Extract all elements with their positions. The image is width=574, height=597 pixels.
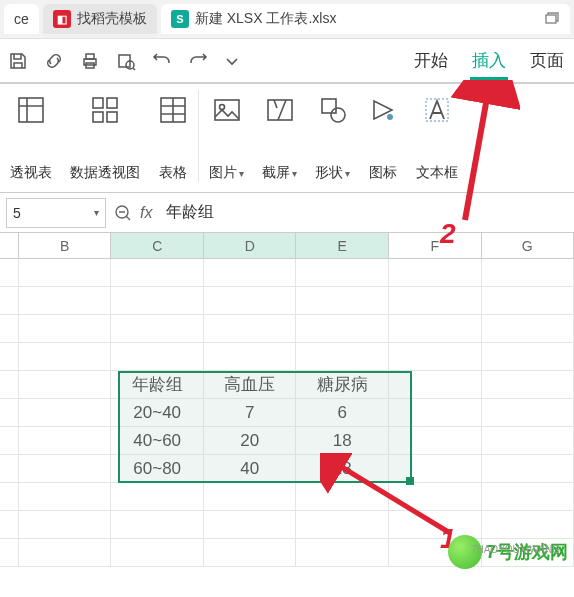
cell[interactable]: 年龄组 [111, 371, 204, 399]
cell[interactable]: 60~80 [111, 455, 204, 483]
cell[interactable]: 40 [204, 455, 297, 483]
tab-workbook-label: 新建 XLSX 工作表.xlsx [195, 10, 337, 28]
menu-tabs: 开始 插入 页面 [412, 43, 566, 78]
svg-rect-10 [107, 112, 117, 122]
col-header-g[interactable]: G [482, 233, 575, 258]
icons-label: 图标 [369, 164, 397, 182]
svg-point-13 [219, 105, 224, 110]
pivot-table-button[interactable]: 透视表 [10, 90, 52, 182]
spreadsheet-grid[interactable]: B C D E F G 年龄组 高血压 糖尿病 20~40 7 6 40~60 … [0, 233, 574, 567]
column-headers: B C D E F G [0, 233, 574, 259]
name-box-value: 5 [13, 205, 21, 221]
svg-rect-9 [93, 112, 103, 122]
shape-icon [318, 90, 348, 130]
ribbon: 透视表 数据透视图 表格 图片▾ 截屏▾ 形状▾ 图标 文本框 [0, 84, 574, 188]
col-header-c[interactable]: C [111, 233, 204, 258]
table-row[interactable]: 20~40 7 6 [0, 399, 574, 427]
picture-label: 图片▾ [209, 164, 244, 182]
svg-rect-12 [215, 100, 239, 120]
svg-rect-7 [93, 98, 103, 108]
cell[interactable]: 28 [296, 455, 389, 483]
pivot-chart-icon [90, 90, 120, 130]
textbox-icon [422, 90, 452, 130]
cell[interactable]: 7 [204, 399, 297, 427]
save-icon[interactable] [8, 51, 28, 71]
cell[interactable]: 糖尿病 [296, 371, 389, 399]
cell[interactable]: 6 [296, 399, 389, 427]
zoom-out-icon[interactable] [114, 204, 132, 222]
col-header-f[interactable]: F [389, 233, 482, 258]
spreadsheet-icon: S [171, 10, 189, 28]
col-header-d[interactable]: D [204, 233, 297, 258]
pivot-table-icon [16, 90, 46, 130]
screenshot-label: 截屏▾ [262, 164, 297, 182]
table-icon [158, 90, 188, 130]
table-row[interactable]: 年龄组 高血压 糖尿病 [0, 371, 574, 399]
group-illustrations: 图片▾ 截屏▾ 形状▾ 图标 文本框 [199, 90, 468, 182]
doc-icon: ◧ [53, 10, 71, 28]
tab-templates[interactable]: ◧ 找稻壳模板 [43, 4, 157, 34]
link-icon[interactable] [44, 51, 64, 71]
pivot-table-label: 透视表 [10, 164, 52, 182]
table-label: 表格 [159, 164, 187, 182]
svg-point-17 [387, 114, 393, 120]
cell[interactable]: 20 [204, 427, 297, 455]
shape-label: 形状▾ [315, 164, 350, 182]
textbox-button[interactable]: 文本框 [416, 90, 458, 182]
cell[interactable]: 40~60 [111, 427, 204, 455]
picture-icon [212, 90, 242, 130]
svg-rect-8 [107, 98, 117, 108]
quick-toolbar: 开始 插入 页面 [0, 38, 574, 82]
chevron-down-icon: ▾ [345, 168, 350, 179]
textbox-label: 文本框 [416, 164, 458, 182]
picture-button[interactable]: 图片▾ [209, 90, 244, 182]
app-tab-bar: ce ◧ 找稻壳模板 S 新建 XLSX 工作表.xlsx [0, 0, 574, 38]
table-button[interactable]: 表格 [158, 90, 188, 182]
fx-icon[interactable]: fx [140, 204, 152, 222]
pivot-chart-label: 数据透视图 [70, 164, 140, 182]
tab-start[interactable]: 开始 [412, 43, 450, 78]
chevron-down-icon[interactable]: ▾ [94, 207, 99, 218]
table-row[interactable]: 40~60 20 18 [0, 427, 574, 455]
more-icon[interactable] [224, 53, 240, 69]
undo-icon[interactable] [152, 51, 172, 71]
icons-button[interactable]: 图标 [368, 90, 398, 182]
preview-icon[interactable] [116, 51, 136, 71]
cell[interactable]: 18 [296, 427, 389, 455]
tab-templates-label: 找稻壳模板 [77, 10, 147, 28]
chevron-down-icon: ▾ [239, 168, 244, 179]
cells-area[interactable]: 年龄组 高血压 糖尿病 20~40 7 6 40~60 20 18 60~80 … [0, 259, 574, 567]
svg-rect-15 [322, 99, 336, 113]
tab-insert[interactable]: 插入 [470, 43, 508, 78]
screenshot-button[interactable]: 截屏▾ [262, 90, 297, 182]
tab-left[interactable]: ce [4, 4, 39, 34]
col-header-e[interactable]: E [296, 233, 389, 258]
name-box[interactable]: 5 ▾ [6, 198, 106, 228]
col-header-b[interactable]: B [19, 233, 112, 258]
pivot-chart-button[interactable]: 数据透视图 [70, 90, 140, 182]
tab-page[interactable]: 页面 [528, 43, 566, 78]
formula-input[interactable] [160, 204, 568, 222]
cell[interactable]: 20~40 [111, 399, 204, 427]
cell[interactable]: 高血压 [204, 371, 297, 399]
window-icon[interactable] [544, 11, 560, 27]
svg-point-16 [331, 108, 345, 122]
icons-icon [368, 90, 398, 130]
group-tables: 透视表 数据透视图 表格 [0, 90, 199, 182]
svg-rect-6 [19, 98, 43, 122]
formula-bar: 5 ▾ fx [0, 193, 574, 233]
col-header[interactable] [0, 233, 19, 258]
print-icon[interactable] [80, 51, 100, 71]
svg-rect-0 [546, 15, 556, 23]
shape-button[interactable]: 形状▾ [315, 90, 350, 182]
table-row[interactable]: 60~80 40 28 [0, 455, 574, 483]
chevron-down-icon: ▾ [292, 168, 297, 179]
tab-left-label: ce [14, 11, 29, 27]
screenshot-icon [265, 90, 295, 130]
svg-rect-2 [86, 54, 94, 59]
redo-icon[interactable] [188, 51, 208, 71]
tab-workbook[interactable]: S 新建 XLSX 工作表.xlsx [161, 4, 570, 34]
